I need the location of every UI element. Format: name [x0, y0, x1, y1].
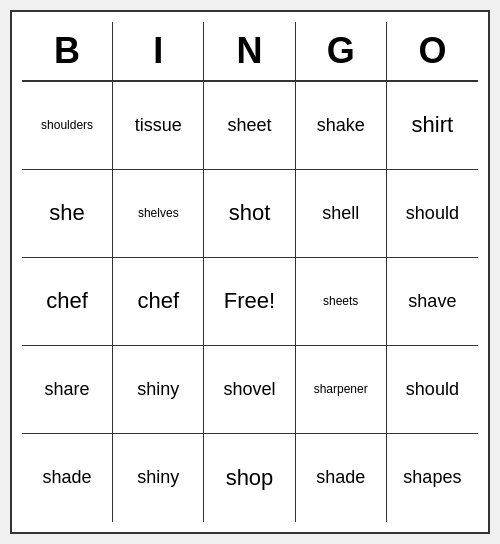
cell-text-4: shirt [412, 112, 454, 138]
cell-text-17: shovel [223, 379, 275, 401]
bingo-cell-13[interactable]: sheets [296, 258, 387, 346]
cell-text-14: shave [408, 291, 456, 313]
bingo-card: BINGO shoulderstissuesheetshakeshirtshes… [10, 10, 490, 534]
cell-text-10: chef [46, 288, 88, 314]
bingo-cell-8[interactable]: shell [296, 170, 387, 258]
cell-text-24: shapes [403, 467, 461, 489]
bingo-cell-24[interactable]: shapes [387, 434, 478, 522]
bingo-cell-23[interactable]: shade [296, 434, 387, 522]
cell-text-20: shade [43, 467, 92, 489]
cell-text-0: shoulders [41, 118, 93, 132]
bingo-cell-6[interactable]: shelves [113, 170, 204, 258]
cell-text-22: shop [226, 465, 274, 491]
bingo-cell-2[interactable]: sheet [204, 82, 295, 170]
cell-text-6: shelves [138, 206, 179, 220]
bingo-cell-5[interactable]: she [22, 170, 113, 258]
header-letter-g: G [296, 22, 387, 80]
bingo-cell-10[interactable]: chef [22, 258, 113, 346]
cell-text-3: shake [317, 115, 365, 137]
bingo-cell-4[interactable]: shirt [387, 82, 478, 170]
bingo-cell-11[interactable]: chef [113, 258, 204, 346]
bingo-cell-0[interactable]: shoulders [22, 82, 113, 170]
cell-text-9: should [406, 203, 459, 225]
bingo-grid: shoulderstissuesheetshakeshirtsheshelves… [22, 82, 478, 522]
cell-text-21: shiny [137, 467, 179, 489]
bingo-cell-3[interactable]: shake [296, 82, 387, 170]
bingo-cell-7[interactable]: shot [204, 170, 295, 258]
header-letter-b: B [22, 22, 113, 80]
bingo-cell-17[interactable]: shovel [204, 346, 295, 434]
cell-text-11: chef [137, 288, 179, 314]
cell-text-23: shade [316, 467, 365, 489]
bingo-cell-19[interactable]: should [387, 346, 478, 434]
bingo-header: BINGO [22, 22, 478, 82]
bingo-cell-16[interactable]: shiny [113, 346, 204, 434]
cell-text-1: tissue [135, 115, 182, 137]
cell-text-5: she [49, 200, 84, 226]
bingo-cell-21[interactable]: shiny [113, 434, 204, 522]
cell-text-8: shell [322, 203, 359, 225]
cell-text-18: sharpener [314, 382, 368, 396]
bingo-cell-1[interactable]: tissue [113, 82, 204, 170]
bingo-cell-20[interactable]: shade [22, 434, 113, 522]
cell-text-2: sheet [227, 115, 271, 137]
bingo-cell-22[interactable]: shop [204, 434, 295, 522]
cell-text-12: Free! [224, 288, 275, 314]
header-letter-i: I [113, 22, 204, 80]
bingo-cell-14[interactable]: shave [387, 258, 478, 346]
bingo-cell-12[interactable]: Free! [204, 258, 295, 346]
cell-text-19: should [406, 379, 459, 401]
bingo-cell-15[interactable]: share [22, 346, 113, 434]
cell-text-16: shiny [137, 379, 179, 401]
header-letter-o: O [387, 22, 478, 80]
header-letter-n: N [204, 22, 295, 80]
cell-text-15: share [45, 379, 90, 401]
cell-text-7: shot [229, 200, 271, 226]
cell-text-13: sheets [323, 294, 358, 308]
bingo-cell-18[interactable]: sharpener [296, 346, 387, 434]
bingo-cell-9[interactable]: should [387, 170, 478, 258]
